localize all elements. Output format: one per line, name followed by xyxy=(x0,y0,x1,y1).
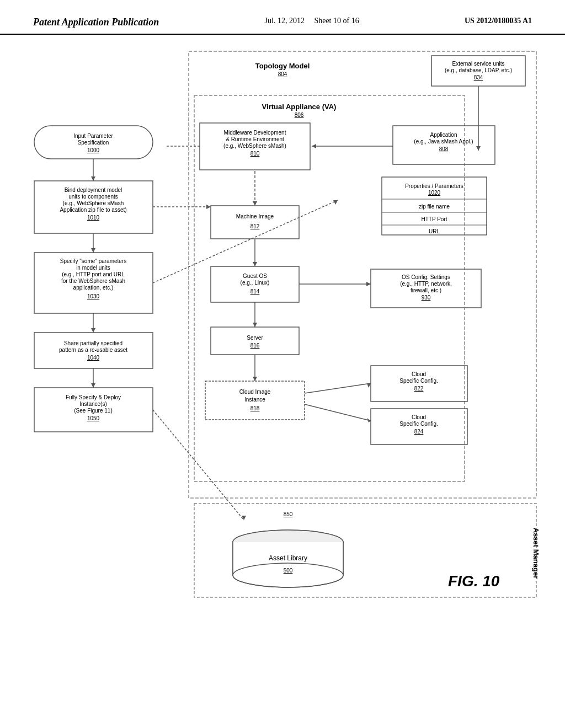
application-num: 808 xyxy=(439,146,449,152)
topology-model-title: Topology Model xyxy=(255,62,310,70)
server-num: 816 xyxy=(250,342,260,349)
bind-text4: Application zip file to asset) xyxy=(60,207,126,213)
cloud-config2-text1: Cloud xyxy=(412,414,426,420)
middleware-num: 810 xyxy=(250,151,260,157)
specify-text4: for the WebSphere sMash xyxy=(61,278,125,284)
asset-manager-label: Asset Manager xyxy=(532,528,540,579)
os-config-text1: OS Config. Settings xyxy=(402,274,450,280)
specify-num: 1030 xyxy=(87,293,100,299)
external-service-text1: External service units xyxy=(452,61,504,67)
asset-library-num: 500 xyxy=(284,568,293,574)
external-service-num: 834 xyxy=(474,74,483,81)
svg-marker-26 xyxy=(253,377,257,381)
svg-marker-40 xyxy=(91,248,95,253)
machine-image-text1: Machine Image xyxy=(236,213,274,220)
svg-rect-24 xyxy=(211,327,299,355)
properties-label: Properties / Parameters xyxy=(405,183,463,189)
svg-marker-30 xyxy=(367,383,371,388)
zip-file-label: zip file name xyxy=(419,204,450,210)
date-sheet: Jul. 12, 2012 Sheet 10 of 16 xyxy=(265,17,359,25)
guest-os-text1: Guest OS xyxy=(243,273,267,279)
va-title: Virtual Appliance (VA) xyxy=(262,103,337,111)
topology-model-num: 804 xyxy=(278,71,287,77)
input-param-text1: Input Parameter xyxy=(73,133,113,139)
input-param-text2: Specification xyxy=(78,140,109,146)
patent-diagram: Topology Model 804 Virtual Appliance (VA… xyxy=(18,40,547,691)
application-text1: Application xyxy=(430,132,457,138)
input-param-num: 1000 xyxy=(87,147,100,153)
fully-specify-text3: (See Figure 11) xyxy=(74,408,112,414)
cloud-config1-text2: Specific Config. xyxy=(399,378,438,384)
figure-label: FIG. 10 xyxy=(448,572,500,590)
svg-marker-37 xyxy=(91,176,95,181)
svg-marker-43 xyxy=(91,328,95,333)
asset-library-label: Asset Library xyxy=(269,554,307,562)
sheet-info: Sheet 10 of 16 xyxy=(314,17,359,25)
share-text2: pattern as a re-usable asset xyxy=(59,347,127,353)
svg-marker-21 xyxy=(366,282,371,286)
cloud-config1-text1: Cloud xyxy=(412,371,426,377)
fully-specify-text2: Instance(s) xyxy=(79,401,106,407)
publication-title: Patent Application Publication xyxy=(33,17,159,28)
properties-num: 1020 xyxy=(428,190,441,196)
cloud-config2-text2: Specific Config. xyxy=(399,421,438,427)
cloud-image-num: 818 xyxy=(250,405,260,411)
page-header: Patent Application Publication Jul. 12, … xyxy=(0,0,565,35)
svg-line-29 xyxy=(305,383,371,393)
svg-rect-0 xyxy=(189,51,536,498)
external-service-text2: (e.g., database, LDAP, etc.) xyxy=(445,67,512,73)
svg-line-32 xyxy=(305,404,371,421)
publication-date: Jul. 12, 2012 xyxy=(265,17,305,25)
url-label: URL xyxy=(429,228,440,234)
bind-num: 1010 xyxy=(87,215,100,221)
http-port-label: HTTP Port xyxy=(421,216,447,222)
share-text1: Share partially specified xyxy=(64,340,122,346)
svg-rect-15 xyxy=(211,206,299,239)
cloud-image-text2: Instance xyxy=(244,397,265,403)
middleware-text1: Middleware Development xyxy=(224,130,286,136)
asset-lib-box-num: 850 xyxy=(284,511,293,517)
va-num: 806 xyxy=(295,112,304,118)
os-config-text2: (e.g., HTTP, network, xyxy=(400,281,452,287)
specify-text3: (e.g., HTTP port and URL xyxy=(62,271,125,277)
os-config-text3: firewall, etc.) xyxy=(411,287,441,293)
guest-os-num: 814 xyxy=(250,288,260,295)
server-text1: Server xyxy=(247,335,263,341)
share-num: 1040 xyxy=(87,355,100,361)
svg-line-50 xyxy=(153,200,338,283)
cloud-image-text1: Cloud Image xyxy=(239,389,271,395)
specify-text1: Specify "some" parameters xyxy=(60,258,126,264)
svg-marker-4 xyxy=(476,146,481,151)
fully-specify-text1: Fully Specify & Deploy xyxy=(66,394,121,400)
fully-specify-num: 1050 xyxy=(87,415,100,421)
svg-marker-23 xyxy=(253,323,257,327)
machine-image-num: 812 xyxy=(250,223,260,229)
diagram-area: Topology Model 804 Virtual Appliance (VA… xyxy=(0,35,565,708)
application-text2: (e.g., Java sMash Appl.) xyxy=(414,138,473,144)
svg-marker-17 xyxy=(253,262,257,266)
bind-text3: (e.g., WebSphere sMash xyxy=(63,200,124,206)
middleware-text2: & Runtime Environment xyxy=(226,136,284,142)
bind-text2: units to components xyxy=(68,194,118,200)
cloud-config1-num: 822 xyxy=(414,386,424,392)
cloud-config2-num: 824 xyxy=(414,429,424,435)
specify-text5: application, etc.) xyxy=(73,285,114,291)
svg-marker-46 xyxy=(91,383,95,388)
os-config-num: 930 xyxy=(422,295,431,301)
middleware-text3: (e.g., WebSphere sMash) xyxy=(223,143,286,149)
svg-marker-49 xyxy=(206,205,211,209)
specify-text2: in model units xyxy=(76,265,110,271)
bind-text1: Bind deployment model xyxy=(65,187,122,193)
svg-marker-14 xyxy=(253,201,257,206)
guest-os-text2: (e.g., Linux) xyxy=(241,280,270,286)
svg-marker-8 xyxy=(312,144,316,148)
patent-number: US 2012/0180035 A1 xyxy=(465,17,532,25)
svg-marker-51 xyxy=(333,200,338,205)
